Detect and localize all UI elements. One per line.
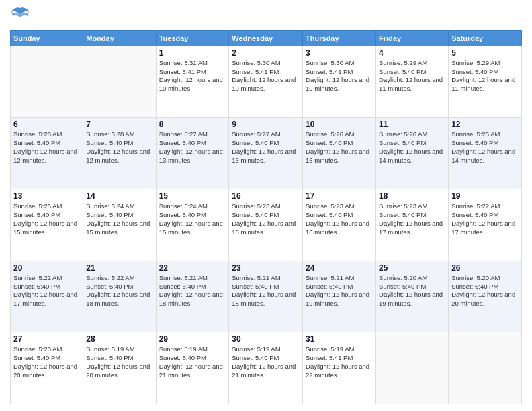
day-info: Sunrise: 5:26 AM Sunset: 5:40 PM Dayligh… <box>306 130 373 165</box>
day-number: 14 <box>86 191 152 201</box>
day-number: 18 <box>379 191 445 201</box>
table-row: 30Sunrise: 5:19 AM Sunset: 5:40 PM Dayli… <box>229 332 303 404</box>
day-info: Sunrise: 5:20 AM Sunset: 5:40 PM Dayligh… <box>451 274 519 308</box>
day-info: Sunrise: 5:28 AM Sunset: 5:40 PM Dayligh… <box>86 130 152 165</box>
calendar-header-row: Sunday Monday Tuesday Wednesday Thursday… <box>11 30 522 46</box>
day-number: 4 <box>379 48 445 58</box>
table-row <box>376 332 449 404</box>
day-info: Sunrise: 5:23 AM Sunset: 5:40 PM Dayligh… <box>379 202 445 236</box>
col-saturday: Saturday <box>449 30 522 46</box>
table-row: 27Sunrise: 5:20 AM Sunset: 5:40 PM Dayli… <box>11 332 83 404</box>
day-info: Sunrise: 5:23 AM Sunset: 5:40 PM Dayligh… <box>306 202 373 236</box>
day-info: Sunrise: 5:22 AM Sunset: 5:40 PM Dayligh… <box>86 274 152 308</box>
day-number: 24 <box>306 263 373 273</box>
day-info: Sunrise: 5:25 AM Sunset: 5:40 PM Dayligh… <box>13 202 80 236</box>
day-number: 23 <box>232 263 300 273</box>
table-row: 19Sunrise: 5:22 AM Sunset: 5:40 PM Dayli… <box>449 189 522 261</box>
header <box>10 7 522 25</box>
day-number: 3 <box>306 48 373 58</box>
table-row: 6Sunrise: 5:28 AM Sunset: 5:40 PM Daylig… <box>11 118 83 189</box>
day-info: Sunrise: 5:21 AM Sunset: 5:40 PM Dayligh… <box>306 274 373 308</box>
day-info: Sunrise: 5:21 AM Sunset: 5:40 PM Dayligh… <box>232 274 300 308</box>
day-info: Sunrise: 5:27 AM Sunset: 5:40 PM Dayligh… <box>159 130 226 165</box>
day-number: 11 <box>379 120 445 129</box>
day-number: 5 <box>451 48 519 58</box>
table-row: 9Sunrise: 5:27 AM Sunset: 5:40 PM Daylig… <box>229 118 303 189</box>
table-row: 4Sunrise: 5:29 AM Sunset: 5:40 PM Daylig… <box>376 46 449 118</box>
day-number: 6 <box>13 120 80 129</box>
calendar-week-row: 1Sunrise: 5:31 AM Sunset: 5:41 PM Daylig… <box>11 46 522 118</box>
day-info: Sunrise: 5:27 AM Sunset: 5:40 PM Dayligh… <box>232 130 300 165</box>
table-row: 23Sunrise: 5:21 AM Sunset: 5:40 PM Dayli… <box>229 261 303 332</box>
day-info: Sunrise: 5:19 AM Sunset: 5:40 PM Dayligh… <box>86 345 152 379</box>
col-thursday: Thursday <box>303 30 376 46</box>
col-wednesday: Wednesday <box>229 30 303 46</box>
table-row: 7Sunrise: 5:28 AM Sunset: 5:40 PM Daylig… <box>83 118 156 189</box>
table-row: 15Sunrise: 5:24 AM Sunset: 5:40 PM Dayli… <box>156 189 229 261</box>
day-info: Sunrise: 5:25 AM Sunset: 5:40 PM Dayligh… <box>451 130 519 165</box>
day-number: 2 <box>232 48 300 58</box>
table-row <box>83 46 156 118</box>
col-sunday: Sunday <box>11 30 83 46</box>
calendar-week-row: 6Sunrise: 5:28 AM Sunset: 5:40 PM Daylig… <box>11 118 522 189</box>
day-info: Sunrise: 5:20 AM Sunset: 5:40 PM Dayligh… <box>13 345 80 379</box>
table-row: 8Sunrise: 5:27 AM Sunset: 5:40 PM Daylig… <box>156 118 229 189</box>
day-number: 15 <box>159 191 226 201</box>
logo <box>10 7 29 25</box>
logo-bird-icon <box>10 7 30 21</box>
table-row: 11Sunrise: 5:26 AM Sunset: 5:40 PM Dayli… <box>376 118 449 189</box>
day-info: Sunrise: 5:30 AM Sunset: 5:41 PM Dayligh… <box>232 59 300 93</box>
table-row: 29Sunrise: 5:19 AM Sunset: 5:40 PM Dayli… <box>156 332 229 404</box>
table-row: 14Sunrise: 5:24 AM Sunset: 5:40 PM Dayli… <box>83 189 156 261</box>
day-number: 22 <box>159 263 226 273</box>
table-row: 18Sunrise: 5:23 AM Sunset: 5:40 PM Dayli… <box>376 189 449 261</box>
table-row: 21Sunrise: 5:22 AM Sunset: 5:40 PM Dayli… <box>83 261 156 332</box>
day-number: 9 <box>232 120 300 129</box>
day-number: 13 <box>13 191 80 201</box>
day-number: 25 <box>379 263 445 273</box>
day-info: Sunrise: 5:22 AM Sunset: 5:40 PM Dayligh… <box>13 274 80 308</box>
table-row <box>11 46 83 118</box>
day-number: 20 <box>13 263 80 273</box>
day-info: Sunrise: 5:29 AM Sunset: 5:40 PM Dayligh… <box>451 59 519 93</box>
col-monday: Monday <box>83 30 156 46</box>
table-row: 1Sunrise: 5:31 AM Sunset: 5:41 PM Daylig… <box>156 46 229 118</box>
table-row: 25Sunrise: 5:20 AM Sunset: 5:40 PM Dayli… <box>376 261 449 332</box>
calendar-week-row: 13Sunrise: 5:25 AM Sunset: 5:40 PM Dayli… <box>11 189 522 261</box>
calendar-table: Sunday Monday Tuesday Wednesday Thursday… <box>10 30 522 404</box>
day-info: Sunrise: 5:21 AM Sunset: 5:40 PM Dayligh… <box>159 274 226 308</box>
day-number: 1 <box>159 48 226 58</box>
col-tuesday: Tuesday <box>156 30 229 46</box>
day-number: 21 <box>86 263 152 273</box>
table-row: 24Sunrise: 5:21 AM Sunset: 5:40 PM Dayli… <box>303 261 376 332</box>
table-row: 17Sunrise: 5:23 AM Sunset: 5:40 PM Dayli… <box>303 189 376 261</box>
day-number: 10 <box>306 120 373 129</box>
day-number: 26 <box>451 263 519 273</box>
table-row: 22Sunrise: 5:21 AM Sunset: 5:40 PM Dayli… <box>156 261 229 332</box>
table-row: 10Sunrise: 5:26 AM Sunset: 5:40 PM Dayli… <box>303 118 376 189</box>
table-row: 2Sunrise: 5:30 AM Sunset: 5:41 PM Daylig… <box>229 46 303 118</box>
day-info: Sunrise: 5:28 AM Sunset: 5:40 PM Dayligh… <box>13 130 80 165</box>
day-number: 27 <box>13 334 80 344</box>
calendar-week-row: 27Sunrise: 5:20 AM Sunset: 5:40 PM Dayli… <box>11 332 522 404</box>
day-info: Sunrise: 5:29 AM Sunset: 5:40 PM Dayligh… <box>379 59 445 93</box>
day-number: 16 <box>232 191 300 201</box>
day-number: 28 <box>86 334 152 344</box>
table-row: 16Sunrise: 5:23 AM Sunset: 5:40 PM Dayli… <box>229 189 303 261</box>
day-number: 31 <box>306 334 373 344</box>
table-row <box>449 332 522 404</box>
calendar-week-row: 20Sunrise: 5:22 AM Sunset: 5:40 PM Dayli… <box>11 261 522 332</box>
day-number: 7 <box>86 120 152 129</box>
day-info: Sunrise: 5:19 AM Sunset: 5:40 PM Dayligh… <box>159 345 226 379</box>
day-info: Sunrise: 5:19 AM Sunset: 5:40 PM Dayligh… <box>232 345 300 379</box>
day-number: 8 <box>159 120 226 129</box>
col-friday: Friday <box>376 30 449 46</box>
day-number: 12 <box>451 120 519 129</box>
day-info: Sunrise: 5:26 AM Sunset: 5:40 PM Dayligh… <box>379 130 445 165</box>
day-number: 30 <box>232 334 300 344</box>
table-row: 13Sunrise: 5:25 AM Sunset: 5:40 PM Dayli… <box>11 189 83 261</box>
table-row: 12Sunrise: 5:25 AM Sunset: 5:40 PM Dayli… <box>449 118 522 189</box>
day-number: 19 <box>451 191 519 201</box>
day-number: 29 <box>159 334 226 344</box>
day-info: Sunrise: 5:19 AM Sunset: 5:41 PM Dayligh… <box>306 345 373 379</box>
